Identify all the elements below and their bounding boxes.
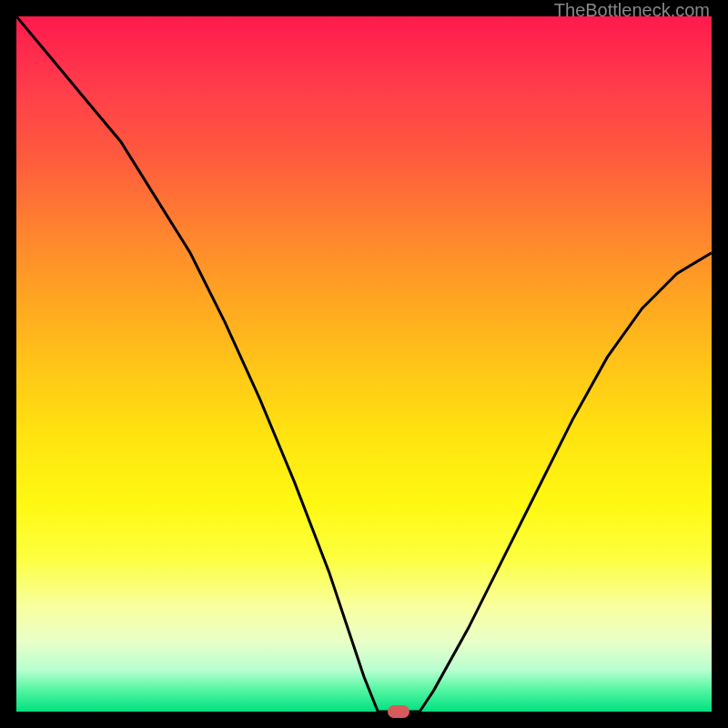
line-curve <box>16 16 712 712</box>
plot-area <box>16 16 712 712</box>
watermark-text: TheBottleneck.com <box>554 0 710 21</box>
bottleneck-marker <box>388 705 410 718</box>
chart-container: TheBottleneck.com <box>0 0 728 728</box>
